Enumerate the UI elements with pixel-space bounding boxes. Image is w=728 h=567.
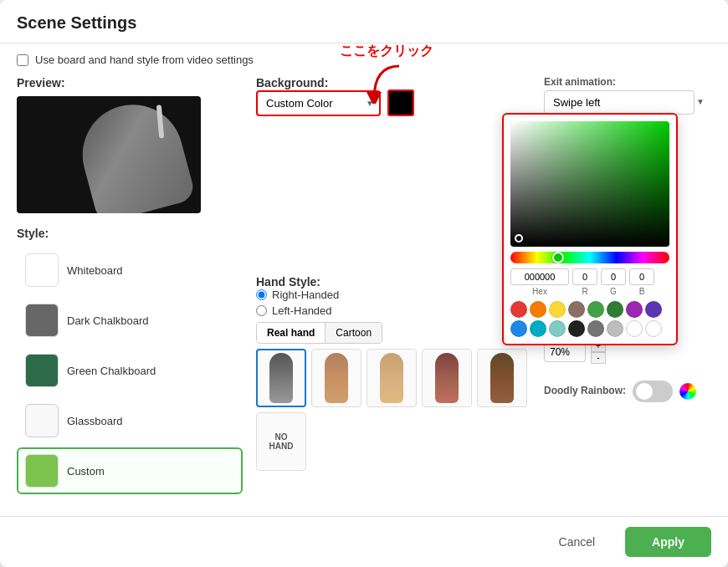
right-handed-label: Right-Handed (272, 289, 339, 301)
whiteboard-label: Whiteboard (67, 264, 122, 277)
style-label: Style: (17, 227, 243, 240)
hand-item-4[interactable] (422, 349, 472, 407)
rainbow-toggle-knob (636, 383, 653, 400)
g-input[interactable] (601, 268, 626, 285)
green-chalkboard-swatch (25, 354, 59, 387)
dark-chalkboard-label: Dark Chalkboard (67, 314, 149, 327)
right-handed-radio[interactable] (256, 289, 267, 300)
custom-label: Custom (67, 465, 105, 478)
color-swatches-grid (510, 301, 669, 337)
doodly-rainbow-section: Doodly Rainbow: (544, 381, 711, 402)
cancel-button[interactable]: Cancel (539, 527, 616, 557)
whiteboard-swatch (25, 253, 59, 287)
right-handed-option[interactable]: Right-Handed (256, 289, 531, 301)
hue-slider[interactable] (510, 252, 669, 263)
hand-item-5[interactable] (477, 349, 527, 407)
hex-rgb-row: Hex R G B (510, 268, 669, 296)
annotation-arrow (340, 62, 433, 107)
r-input[interactable] (572, 268, 597, 285)
radio-group: Right-Handed Left-Handed (256, 289, 531, 317)
hand-item-2[interactable] (311, 349, 361, 407)
dialog-body: Use board and hand style from video sett… (0, 43, 728, 516)
swatch-yellow[interactable] (549, 301, 566, 318)
preview-label: Preview: (17, 76, 243, 89)
rainbow-toggle[interactable] (633, 381, 673, 402)
left-panel: Preview: Style: Whiteboard Dark Chalkboa… (17, 76, 243, 506)
exit-animation-label: Exit animation: (544, 76, 711, 88)
dark-chalkboard-swatch (25, 304, 59, 337)
hand-style-label: Hand Style: (256, 275, 531, 289)
hand-arm-5 (490, 353, 514, 403)
no-hand-label: NOHAND (269, 432, 294, 451)
style-item-dark-chalkboard[interactable]: Dark Chalkboard (17, 297, 243, 344)
hand-arm-3 (380, 353, 403, 403)
rainbow-icon (679, 383, 696, 400)
dialog-footer: Cancel Apply (0, 516, 728, 567)
swatch-white[interactable] (626, 320, 643, 337)
video-settings-checkbox[interactable] (17, 54, 28, 66)
swatches-row-1 (510, 301, 669, 318)
hand-tabs: Real hand Cartoon (256, 322, 382, 344)
style-item-whiteboard[interactable]: Whiteboard (17, 247, 243, 294)
preview-arm (71, 96, 197, 213)
swatch-green[interactable] (587, 301, 604, 318)
hand-item-1[interactable] (256, 349, 306, 407)
swatch-teal[interactable] (549, 320, 566, 337)
glassboard-swatch (25, 404, 59, 437)
left-handed-label: Left-Handed (272, 304, 332, 317)
glassboard-label: Glassboard (67, 415, 122, 427)
swatch-blue[interactable] (510, 320, 527, 337)
g-label: G (610, 287, 617, 296)
swatch-dark-gray[interactable] (587, 320, 604, 337)
hand-item-3[interactable] (367, 349, 417, 407)
style-item-custom[interactable]: Custom (17, 447, 243, 494)
hex-input[interactable] (510, 268, 569, 285)
swatch-white2[interactable] (645, 320, 662, 337)
swatch-brown[interactable] (568, 301, 585, 318)
opacity-decrement[interactable]: - (591, 352, 606, 364)
hand-grid: NOHAND (256, 349, 531, 471)
exit-select-arrow-icon: ▼ (696, 97, 705, 106)
swatch-light-gray[interactable] (607, 320, 623, 337)
tab-cartoon[interactable]: Cartoon (326, 323, 382, 343)
hand-arm-4 (435, 353, 459, 403)
b-input[interactable] (629, 268, 654, 285)
annotation-text: ここをクリック (340, 43, 433, 58)
g-input-group: G (601, 268, 626, 296)
left-handed-radio[interactable] (256, 305, 267, 316)
hand-arm-2 (325, 353, 348, 403)
style-list: Whiteboard Dark Chalkboard Green Chalkbo… (17, 247, 243, 494)
preview-image (17, 96, 201, 213)
swatch-red[interactable] (510, 301, 527, 318)
swatch-black[interactable] (568, 320, 585, 337)
color-picker-popup: Hex R G B (502, 113, 678, 345)
doodly-rainbow-row: Doodly Rainbow: (544, 381, 711, 402)
custom-swatch (25, 454, 59, 488)
swatches-row-2 (510, 320, 669, 337)
gradient-cursor (515, 234, 523, 243)
exit-animation-select[interactable]: Swipe left Swipe right Fade out None (544, 90, 695, 115)
swatch-purple[interactable] (626, 301, 643, 318)
b-input-group: B (629, 268, 654, 296)
hand-item-no-hand[interactable]: NOHAND (256, 412, 306, 471)
style-item-glassboard[interactable]: Glassboard (17, 397, 243, 444)
doodly-rainbow-label: Doodly Rainbow: (544, 385, 626, 396)
apply-button[interactable]: Apply (625, 527, 711, 557)
exit-select-wrapper: Swipe left Swipe right Fade out None ▼ (544, 90, 711, 115)
scene-settings-dialog: Scene Settings Use board and hand style … (0, 0, 728, 567)
center-panel: ここをクリック Backgrou (256, 76, 531, 506)
style-item-green-chalkboard[interactable]: Green Chalkboard (17, 347, 243, 394)
left-handed-option[interactable]: Left-Handed (256, 304, 531, 317)
hue-cursor (552, 252, 564, 263)
tab-real-hand[interactable]: Real hand (257, 323, 326, 343)
hex-input-group: Hex (510, 268, 569, 296)
dialog-header: Scene Settings (0, 0, 728, 43)
swatch-indigo[interactable] (645, 301, 662, 318)
color-gradient[interactable] (510, 121, 669, 247)
hand-arm-1 (269, 353, 293, 403)
swatch-dark-green[interactable] (607, 301, 623, 318)
r-label: R (582, 287, 587, 296)
hand-style-section: Hand Style: Right-Handed Left-Handed Rea… (256, 275, 531, 471)
swatch-cyan[interactable] (530, 320, 546, 337)
swatch-orange[interactable] (530, 301, 546, 318)
